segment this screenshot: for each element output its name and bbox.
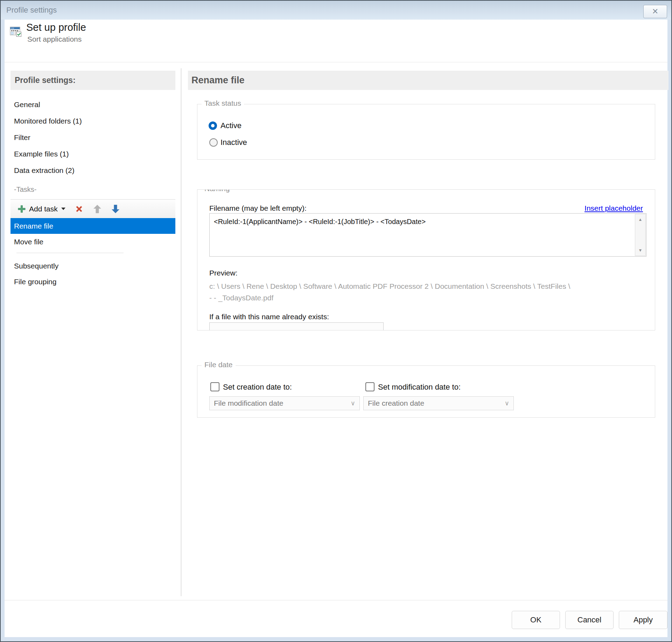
task-status-legend: Task status (202, 99, 244, 107)
set-creation-date-checkbox[interactable] (210, 382, 219, 391)
chevron-down-icon: ∨ (351, 397, 355, 410)
scroll-down-icon[interactable]: ▼ (635, 248, 645, 253)
sidebar-heading: Profile settings: (10, 71, 175, 90)
page-subtitle: Sort applications (27, 35, 82, 43)
add-task-plus-icon (18, 205, 26, 213)
sidebar-item-general[interactable]: General (10, 96, 175, 113)
move-up-arrow-icon (93, 204, 102, 214)
creation-date-select[interactable]: File modification date ∨ (209, 396, 360, 410)
preview-label: Preview: (209, 268, 238, 278)
add-task-button[interactable]: Add task (18, 205, 65, 213)
footer-divider (5, 600, 667, 600)
header-divider (5, 62, 667, 62)
dialog-content: Set up profile Sort applications Profile… (5, 20, 667, 637)
modification-date-select-value: File creation date (368, 399, 424, 407)
modification-date-select[interactable]: File creation date ∨ (363, 396, 514, 410)
set-modification-date-label[interactable]: Set modification date to: (378, 382, 461, 392)
creation-date-select-value: File modification date (214, 399, 283, 407)
sidebar-item-data-extraction[interactable]: Data extraction (2) (10, 162, 175, 179)
set-creation-date-label[interactable]: Set creation date to: (223, 382, 292, 392)
close-icon: ✕ (652, 7, 658, 16)
move-down-arrow-icon (111, 204, 120, 214)
inactive-radio[interactable] (209, 138, 218, 147)
task-toolbar: Add task (10, 199, 175, 218)
scroll-up-icon[interactable]: ▲ (635, 217, 645, 222)
ok-button[interactable]: OK (512, 611, 560, 629)
setup-profile-icon (9, 25, 22, 38)
task-item-move-file[interactable]: Move file (10, 234, 175, 250)
file-date-legend: File date (202, 361, 236, 369)
task-status-group: Task status Active Inactive (197, 104, 655, 160)
tasks-section-label: -Tasks- (14, 184, 36, 195)
naming-group: Naming Filename (may be left empty): Ins… (197, 189, 655, 330)
file-date-group: File date Set creation date to: Set modi… (197, 365, 655, 418)
add-task-label: Add task (29, 205, 58, 213)
active-radio-label[interactable]: Active (220, 121, 241, 131)
delete-task-button[interactable] (75, 204, 84, 214)
filename-value: <RuleId:-1(ApplicantName)> - <RuleId:-1(… (214, 217, 631, 226)
file-exists-select[interactable] (209, 322, 384, 330)
active-radio[interactable] (209, 121, 217, 130)
set-modification-date-checkbox[interactable] (365, 382, 374, 391)
move-task-up-button[interactable] (93, 204, 102, 214)
main-panel-title: Rename file (188, 71, 668, 90)
sidebar-item-monitored-folders[interactable]: Monitored folders (1) (10, 113, 175, 129)
task-item-rename-file[interactable]: Rename file (10, 218, 175, 234)
page-title: Set up profile (26, 22, 86, 33)
cancel-button[interactable]: Cancel (565, 611, 614, 629)
file-exists-label: If a file with this name already exists: (209, 312, 329, 321)
filename-input[interactable]: <RuleId:-1(ApplicantName)> - <RuleId:-1(… (209, 213, 646, 257)
naming-legend: Naming (202, 189, 232, 193)
sidebar-item-file-grouping[interactable]: File grouping (10, 274, 175, 289)
titlebar: Profile settings ✕ (1, 1, 671, 20)
insert-placeholder-link[interactable]: Insert placeholder (584, 204, 643, 213)
add-task-caret-icon (61, 208, 65, 210)
sidebar-item-filter[interactable]: Filter (10, 129, 175, 146)
apply-button[interactable]: Apply (619, 611, 667, 629)
sidebar-item-subsequently[interactable]: Subsequently (10, 258, 175, 274)
delete-task-x-icon (75, 204, 84, 214)
window-title: Profile settings (6, 1, 57, 20)
inactive-radio-label[interactable]: Inactive (220, 138, 247, 147)
profile-settings-dialog: Profile settings ✕ Set up profile Sort a… (0, 0, 672, 642)
task-list-separator (16, 253, 124, 253)
sidebar-main-divider (181, 68, 182, 596)
sidebar-item-example-files[interactable]: Example files (1) (10, 146, 175, 162)
move-task-down-button[interactable] (111, 204, 120, 214)
close-button[interactable]: ✕ (643, 5, 667, 18)
chevron-down-icon: ∨ (505, 397, 509, 410)
filename-label: Filename (may be left empty): (209, 204, 307, 213)
filename-scrollbar[interactable]: ▲ ▼ (635, 214, 646, 256)
preview-path: c: \ Users \ Rene \ Desktop \ Software \… (209, 280, 573, 303)
